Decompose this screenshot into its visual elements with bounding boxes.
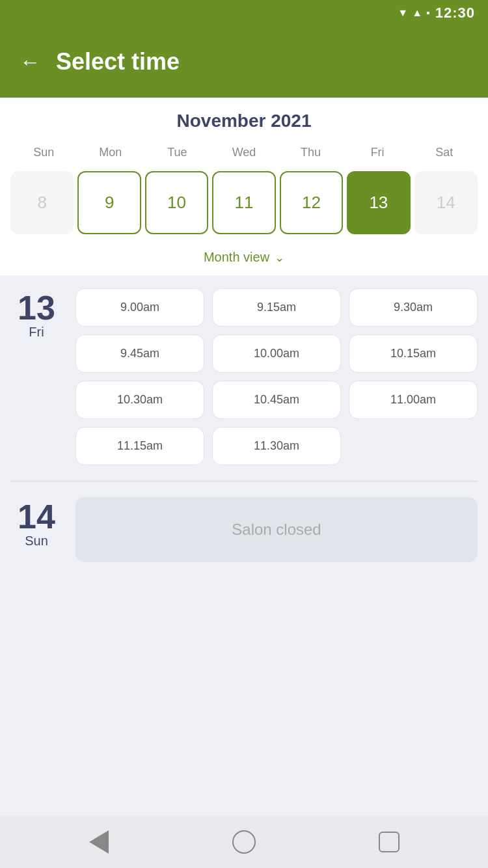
date-cell-10[interactable]: 10	[145, 171, 208, 234]
month-view-label: Month view	[204, 250, 269, 265]
day-13-label: 13 Fri	[10, 288, 62, 465]
nav-back-button[interactable]	[86, 829, 112, 855]
date-cell-8: 8	[10, 171, 74, 234]
day-headers: Sun Mon Tue Wed Thu Fri Sat	[10, 142, 478, 163]
home-circle-icon	[232, 830, 256, 854]
day-header-mon: Mon	[77, 142, 144, 163]
calendar-section: November 2021 Sun Mon Tue Wed Thu Fri Sa…	[0, 98, 488, 275]
time-slot-915am[interactable]: 9.15am	[212, 288, 341, 327]
back-button[interactable]: ←	[20, 51, 40, 72]
month-view-toggle[interactable]: Month view ⌄	[10, 245, 478, 275]
day-14-number: 14	[18, 500, 55, 534]
app-header: ← Select time	[0, 26, 488, 98]
date-cell-13[interactable]: 13	[347, 171, 410, 234]
time-slot-900am[interactable]: 9.00am	[75, 288, 204, 327]
status-time: 12:30	[435, 5, 475, 21]
month-title: November 2021	[10, 111, 478, 131]
day-divider	[10, 481, 478, 481]
day-14-label: 14 Sun	[10, 497, 62, 562]
day-header-sun: Sun	[10, 142, 77, 163]
back-triangle-icon	[89, 830, 109, 854]
time-slot-1100am[interactable]: 11.00am	[349, 381, 478, 419]
day-header-thu: Thu	[277, 142, 344, 163]
time-slot-930am[interactable]: 9.30am	[349, 288, 478, 327]
day-header-tue: Tue	[144, 142, 211, 163]
salon-closed-message: Salon closed	[75, 497, 478, 562]
day-header-wed: Wed	[211, 142, 278, 163]
signal-icon: ▲	[412, 7, 422, 19]
day-13-name: Fri	[29, 325, 44, 340]
date-cell-14: 14	[414, 171, 478, 234]
time-slot-1030am[interactable]: 10.30am	[75, 381, 204, 419]
page-title: Select time	[56, 48, 180, 75]
time-section: 13 Fri 9.00am 9.15am 9.30am 9.45am 10.00…	[0, 275, 488, 591]
recents-square-icon	[379, 832, 400, 852]
day-header-fri: Fri	[344, 142, 411, 163]
status-bar: ▼ ▲ ▪ 12:30	[0, 0, 488, 26]
date-cell-12[interactable]: 12	[280, 171, 343, 234]
wifi-icon: ▼	[398, 7, 408, 19]
nav-recents-button[interactable]	[376, 829, 402, 855]
battery-icon: ▪	[426, 7, 430, 19]
nav-bar	[0, 816, 488, 868]
time-slot-1115am[interactable]: 11.15am	[75, 427, 204, 465]
time-slot-1130am[interactable]: 11.30am	[212, 427, 341, 465]
time-slot-945am[interactable]: 9.45am	[75, 334, 204, 373]
time-slot-1045am[interactable]: 10.45am	[212, 381, 341, 419]
day-13-number: 13	[18, 291, 55, 325]
time-slot-1015am[interactable]: 10.15am	[349, 334, 478, 373]
nav-home-button[interactable]	[231, 829, 257, 855]
status-icons: ▼ ▲ ▪	[398, 7, 429, 19]
day-14-block: 14 Sun Salon closed	[10, 497, 478, 562]
date-row: 8 9 10 11 12 13 14	[10, 169, 478, 245]
day-14-name: Sun	[25, 534, 48, 549]
time-grid-13: 9.00am 9.15am 9.30am 9.45am 10.00am 10.1…	[75, 288, 478, 465]
chevron-down-icon: ⌄	[275, 251, 284, 265]
date-cell-9[interactable]: 9	[77, 171, 141, 234]
day-header-sat: Sat	[411, 142, 478, 163]
date-cell-11[interactable]: 11	[212, 171, 275, 234]
time-slot-1000am[interactable]: 10.00am	[212, 334, 341, 373]
day-13-block: 13 Fri 9.00am 9.15am 9.30am 9.45am 10.00…	[10, 288, 478, 465]
